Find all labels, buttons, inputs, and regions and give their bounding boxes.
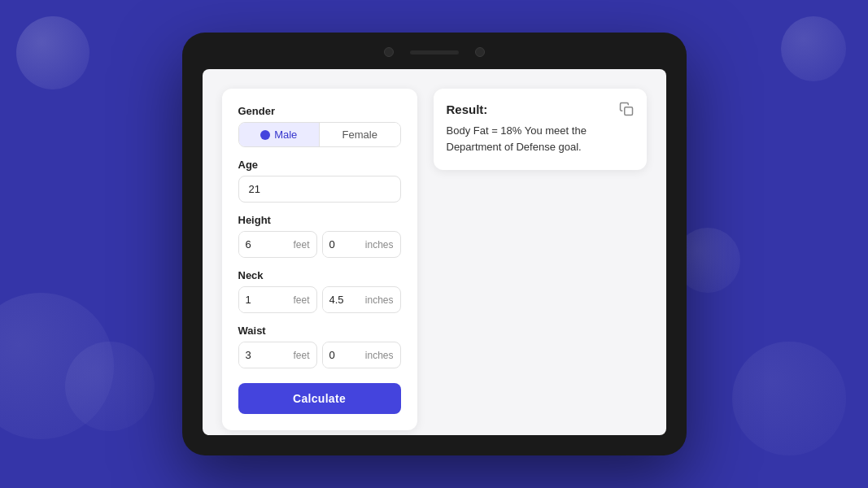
- gender-female-option[interactable]: Female: [320, 123, 400, 146]
- waist-measure-row: feet inches: [238, 342, 401, 368]
- bubble-bottom-left-large: [0, 293, 114, 439]
- copy-icon[interactable]: [619, 102, 634, 116]
- tablet-screen: Gender Male Female Age Height: [203, 69, 666, 435]
- body-fat-form: Gender Male Female Age Height: [222, 89, 417, 430]
- bubble-bottom-left-small: [65, 342, 155, 431]
- waist-feet-input[interactable]: [239, 342, 292, 368]
- waist-feet-wrap: feet: [238, 342, 317, 368]
- radio-dot-male: [260, 130, 270, 140]
- gender-label: Gender: [238, 105, 401, 117]
- result-text: Body Fat = 18% You meet the Department o…: [447, 123, 634, 155]
- height-feet-unit: feet: [291, 239, 316, 251]
- neck-inches-unit: inches: [364, 294, 400, 306]
- result-panel: Result: Body Fat = 18% You meet the Depa…: [434, 89, 647, 170]
- neck-measure-row: feet inches: [238, 286, 401, 313]
- height-inches-unit: inches: [364, 239, 400, 251]
- result-header: Result:: [447, 102, 634, 116]
- waist-inches-wrap: inches: [322, 342, 401, 368]
- height-measure-row: feet inches: [238, 231, 401, 258]
- neck-inches-wrap: inches: [322, 286, 401, 313]
- gender-toggle: Male Female: [238, 122, 401, 147]
- gender-male-label: Male: [274, 129, 297, 141]
- waist-inches-input[interactable]: [323, 342, 364, 368]
- svg-rect-0: [624, 107, 632, 115]
- height-inches-input[interactable]: [323, 232, 364, 257]
- tablet-camera: [384, 47, 394, 57]
- height-inches-wrap: inches: [322, 231, 401, 258]
- tablet-top-bar: [384, 47, 485, 57]
- tablet-device: Gender Male Female Age Height: [182, 33, 687, 455]
- waist-feet-unit: feet: [291, 350, 316, 361]
- calculate-button[interactable]: Calculate: [238, 383, 401, 414]
- neck-feet-unit: feet: [291, 294, 316, 306]
- gender-male-option[interactable]: Male: [239, 123, 321, 146]
- tablet-speaker: [410, 50, 459, 54]
- waist-inches-unit: inches: [364, 350, 400, 361]
- height-feet-wrap: feet: [238, 231, 317, 258]
- age-input[interactable]: [238, 176, 401, 203]
- neck-group: Neck feet inches: [238, 269, 401, 313]
- neck-inches-input[interactable]: [323, 287, 364, 312]
- gender-group: Gender Male Female: [238, 105, 401, 147]
- waist-group: Waist feet inches: [238, 325, 401, 368]
- gender-female-label: Female: [342, 129, 377, 141]
- waist-label: Waist: [238, 325, 401, 337]
- bubble-top-right: [781, 16, 846, 81]
- age-label: Age: [238, 159, 401, 171]
- height-group: Height feet inches: [238, 214, 401, 258]
- age-group: Age: [238, 159, 401, 203]
- neck-feet-wrap: feet: [238, 286, 317, 313]
- bubble-bottom-right: [732, 342, 846, 455]
- height-feet-input[interactable]: [239, 232, 292, 257]
- neck-label: Neck: [238, 269, 401, 281]
- neck-feet-input[interactable]: [239, 287, 292, 312]
- result-title: Result:: [447, 102, 488, 116]
- bubble-top-left: [16, 16, 89, 89]
- height-label: Height: [238, 214, 401, 226]
- tablet-camera-right: [475, 47, 485, 57]
